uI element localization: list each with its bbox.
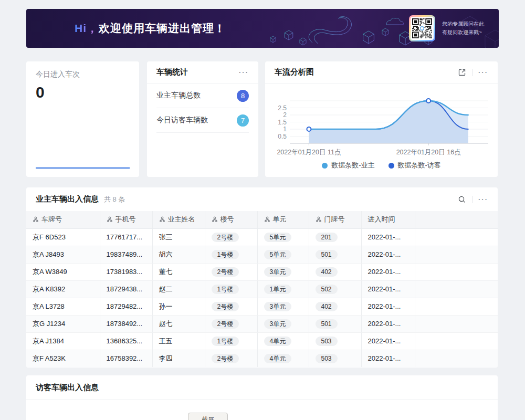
table-cell: 2022-01-... — [361, 263, 415, 280]
table-row[interactable]: 京A J849319837489...胡六1号楼5单元5012022-01-..… — [26, 246, 498, 263]
table-cell: 京G J1234 — [26, 315, 100, 332]
tag-pill: 1单元 — [264, 285, 292, 294]
table-cell — [415, 315, 498, 332]
svg-text:1.5: 1.5 — [278, 119, 287, 126]
table-row[interactable]: 京A W384917381983...董七2号楼3单元4022022-01-..… — [26, 263, 498, 280]
column-header[interactable]: 单元 — [257, 211, 309, 228]
chart-legend: 数据条数-业主数据条数-访客 — [265, 161, 498, 170]
sparkline — [36, 167, 130, 169]
traffic-line-chart: 0.511.522.52022年01月20日 11点2022年01月20日 16… — [265, 85, 498, 159]
table-cell: 4单元 — [257, 350, 309, 367]
table-cell: 2022-01-... — [361, 332, 415, 350]
svg-text:2: 2 — [283, 111, 287, 119]
svg-text:2022年01月20日 11点: 2022年01月20日 11点 — [277, 149, 341, 156]
table-cell — [415, 263, 498, 280]
table-cell: 2022-01-... — [361, 228, 415, 246]
table-cell: 李四 — [152, 350, 205, 367]
tag-pill: 503 — [316, 354, 338, 363]
column-label: 进入时间 — [368, 215, 395, 224]
svg-text:1: 1 — [283, 125, 287, 133]
table-cell: 董七 — [152, 263, 205, 280]
today-entries-value: 0 — [36, 83, 130, 101]
more-icon[interactable]: ··· — [478, 196, 488, 203]
legend-dot — [322, 163, 328, 169]
legend-dot — [388, 163, 394, 169]
table-cell: 京F A523K — [26, 350, 100, 367]
more-icon[interactable]: ··· — [478, 69, 488, 76]
column-label: 手机号 — [116, 215, 136, 224]
tag-pill: 2号楼 — [212, 267, 239, 277]
svg-text:2022年01月20日 16点: 2022年01月20日 16点 — [396, 149, 461, 156]
tag-pill: 502 — [316, 285, 338, 294]
table-cell: 赵七 — [152, 315, 205, 332]
table-row[interactable]: 京A L372818729482...孙一2号楼3单元4022022-01-..… — [26, 298, 498, 315]
stat-label: 今日访客车辆数 — [156, 116, 208, 125]
consultant-qr-block: 您的专属顾问在此 有疑问欢迎来戳~ — [409, 15, 484, 41]
table-cell: 503 — [309, 332, 361, 350]
table-row[interactable]: 京G J123418738492...赵七2号楼3单元5012022-01-..… — [26, 315, 498, 332]
table-cell: 3单元 — [257, 263, 309, 280]
column-header[interactable]: 进入时间 — [361, 211, 415, 228]
table-row[interactable]: 京F A523K16758392...李四2号楼4单元5032022-01-..… — [26, 350, 498, 367]
welcome-greeting: Hi，欢迎使用车辆进出管理！ — [75, 9, 226, 48]
table-cell: 17381983... — [100, 263, 152, 280]
table-cell: 3单元 — [257, 298, 309, 315]
tag-pill: 201 — [316, 233, 338, 242]
column-header[interactable]: 门牌号 — [309, 211, 361, 228]
search-icon[interactable] — [458, 195, 466, 204]
divider — [472, 196, 472, 203]
table-cell: 18738492... — [100, 315, 152, 332]
tag-pill: 1号楼 — [212, 250, 239, 259]
column-header — [415, 211, 498, 228]
column-header[interactable]: 手机号 — [100, 211, 152, 228]
table-cell: 京F 6D523 — [26, 228, 100, 246]
column-label: 门牌号 — [324, 215, 345, 224]
tag-pill: 402 — [316, 302, 338, 311]
table-cell: 王五 — [152, 332, 205, 350]
table-cell: 201 — [309, 228, 361, 246]
expand-icon[interactable] — [458, 68, 466, 77]
divider — [472, 69, 472, 76]
qr-caption-line2: 有疑问欢迎来戳~ — [442, 28, 484, 37]
qr-code-image — [412, 18, 432, 38]
table-row[interactable]: 京A J138413686325...王五1号楼4单元5032022-01-..… — [26, 332, 498, 350]
table-cell — [415, 298, 498, 315]
screenshot-button[interactable]: 截屏 — [188, 413, 228, 420]
svg-text:0.5: 0.5 — [278, 133, 287, 140]
visitor-table-title: 访客车辆出入信息 — [36, 383, 99, 393]
tag-pill: 3单元 — [264, 267, 292, 277]
legend-item[interactable]: 数据条数-访客 — [388, 161, 441, 170]
tag-pill: 5单元 — [264, 233, 292, 242]
table-cell: 19837489... — [100, 246, 152, 263]
table-cell: 17761717... — [100, 228, 152, 246]
stat-label: 业主车辆总数 — [156, 91, 201, 100]
column-label: 楼号 — [220, 215, 234, 224]
column-header[interactable]: 车牌号 — [26, 211, 100, 228]
legend-item[interactable]: 数据条数-业主 — [322, 161, 374, 170]
greeting-highlight: Hi， — [75, 21, 99, 36]
column-label: 车牌号 — [41, 215, 62, 224]
table-row[interactable]: 京A K839218729438...赵二1号楼1单元5022022-01-..… — [26, 280, 498, 298]
vehicle-stats-card: 车辆统计 ··· 业主车辆总数 8 今日访客车辆数 7 — [147, 61, 258, 177]
table-cell — [415, 332, 498, 350]
tag-pill: 5单元 — [264, 250, 292, 259]
traffic-chart-title: 车流分析图 — [275, 67, 314, 77]
table-cell: 502 — [309, 280, 361, 298]
qr-caption-line1: 您的专属顾问在此 — [442, 20, 484, 28]
table-cell: 402 — [309, 263, 361, 280]
table-cell: 胡六 — [152, 246, 205, 263]
tag-pill: 2号楼 — [212, 354, 239, 363]
table-cell: 2号楼 — [205, 315, 257, 332]
table-cell: 京A J8493 — [26, 246, 100, 263]
column-header[interactable]: 楼号 — [205, 211, 257, 228]
table-cell: 2022-01-... — [361, 246, 415, 263]
tag-pill: 402 — [316, 267, 338, 277]
table-cell: 孙一 — [152, 298, 205, 315]
more-icon[interactable]: ··· — [239, 69, 249, 76]
table-row[interactable]: 京F 6D52317761717...张三2号楼5单元2012022-01-..… — [26, 228, 498, 246]
table-cell: 2号楼 — [205, 228, 257, 246]
column-header[interactable]: 业主姓名 — [152, 211, 205, 228]
table-cell: 2022-01-... — [361, 280, 415, 298]
tag-pill: 4单元 — [264, 354, 292, 363]
table-cell: 503 — [309, 350, 361, 367]
